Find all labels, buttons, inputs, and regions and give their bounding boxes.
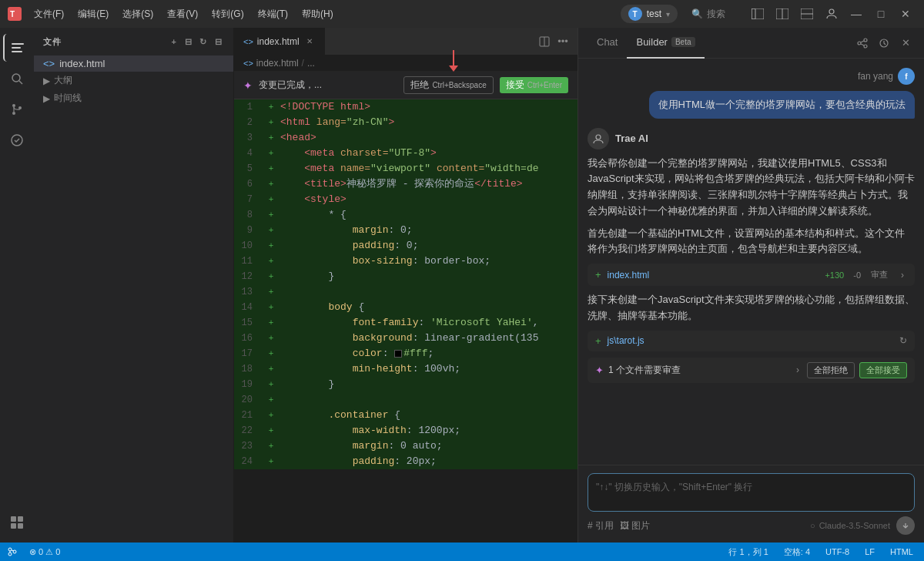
- send-button[interactable]: [896, 516, 915, 535]
- tab-chat[interactable]: Chat: [588, 28, 627, 59]
- status-position[interactable]: 行 1，列 1: [725, 546, 771, 558]
- timeline-label: 时间线: [54, 92, 82, 105]
- menu-help[interactable]: 帮助(H): [296, 6, 340, 22]
- chevron-right-icon-3[interactable]: ›: [898, 270, 907, 280]
- collapse-icon[interactable]: ⊟: [213, 37, 225, 47]
- file-change-name-1[interactable]: index.html: [608, 270, 819, 280]
- titlebar: T 文件(F) 编辑(E) 选择(S) 查看(V) 转到(G) 终端(T) 帮助…: [0, 0, 924, 28]
- svg-line-27: [861, 41, 864, 42]
- layout-icon-1[interactable]: [747, 5, 768, 22]
- maximize-button[interactable]: □: [870, 5, 892, 22]
- menu-edit[interactable]: 编辑(E): [72, 6, 115, 22]
- layout-icon-3[interactable]: [796, 5, 818, 22]
- extensions-button[interactable]: [3, 509, 31, 536]
- new-folder-icon[interactable]: ⊟: [182, 37, 195, 47]
- source-control-button[interactable]: [3, 96, 31, 123]
- more-actions-button[interactable]: •••: [554, 33, 571, 50]
- sidebar-section-timeline[interactable]: ▶ 时间线: [34, 89, 233, 107]
- sidebar-title: 文件: [43, 36, 61, 48]
- file-change-review-1[interactable]: 审查: [867, 268, 892, 281]
- menu-view[interactable]: 查看(V): [161, 6, 204, 22]
- status-language[interactable]: HTML: [887, 547, 916, 556]
- tab-builder[interactable]: Builder Beta: [627, 28, 704, 59]
- code-line-23: 23+ margin: 0 auto;: [234, 438, 578, 454]
- split-editor-button[interactable]: [536, 33, 553, 50]
- menu-file[interactable]: 文件(F): [28, 6, 70, 22]
- ai-message-block: Trae AI 我会帮你创建一个完整的塔罗牌网站，我建议使用HTML5、CSS3…: [588, 128, 915, 383]
- reject-shortcut: Ctrl+Backspace: [432, 81, 486, 89]
- workspace-avatar: T: [628, 7, 642, 21]
- code-line-24: 24+ padding: 20px;: [234, 454, 578, 469]
- status-spaces[interactable]: 空格: 4: [781, 546, 813, 558]
- file-add-icon: +: [595, 269, 601, 280]
- sidebar-item-label: index.html: [59, 58, 105, 69]
- code-line-18: 18+ min-height: 100vh;: [234, 361, 578, 377]
- panel-action-history[interactable]: [875, 34, 893, 52]
- close-button[interactable]: ✕: [895, 5, 916, 22]
- editor-tabs: <> index.html ✕ •••: [234, 28, 578, 55]
- code-editor[interactable]: 1+ <!DOCTYPE html> 2+ <html lang="zh-CN"…: [234, 99, 578, 543]
- code-line-6: 6+ <title>神秘塔罗牌 - 探索你的命运</title>: [234, 176, 578, 192]
- refresh-icon[interactable]: ↻: [197, 37, 209, 47]
- menu-terminal[interactable]: 终端(T): [252, 6, 294, 22]
- status-line-endings[interactable]: LF: [862, 547, 878, 556]
- minimize-button[interactable]: —: [845, 5, 867, 22]
- svg-line-28: [861, 44, 864, 45]
- layout-icon-2[interactable]: [772, 5, 793, 22]
- encoding-text: UTF-8: [825, 547, 849, 556]
- svg-point-32: [8, 548, 12, 551]
- user-icon[interactable]: [821, 5, 842, 22]
- sidebar-item-indexhtml[interactable]: <> index.html: [34, 55, 233, 72]
- explorer-button[interactable]: [3, 34, 31, 62]
- change-banner-text: 变更已完成，...: [259, 79, 397, 92]
- code-line-20: 20+: [234, 392, 578, 408]
- user-avatar: f: [898, 68, 915, 85]
- warning-count: 0: [55, 547, 60, 556]
- reject-button[interactable]: 拒绝 Ctrl+Backspace: [403, 76, 493, 94]
- ai-name: Trae AI: [615, 133, 648, 144]
- code-line-14: 14+ body {: [234, 300, 578, 315]
- file-change-item-1: + index.html +130 -0 审查 ›: [588, 264, 915, 286]
- code-line-3: 3+ <head>: [234, 130, 578, 146]
- code-line-21: 21+ .container {: [234, 408, 578, 423]
- chevron-down-icon: ▾: [666, 10, 670, 18]
- tab-label: index.html: [257, 36, 300, 47]
- ai-response-1: 我会帮你创建一个完整的塔罗牌网站，我建议使用HTML5、CSS3和JavaScr…: [588, 156, 915, 220]
- review-bar-chevron[interactable]: ›: [793, 364, 802, 375]
- new-file-icon[interactable]: +: [169, 37, 179, 47]
- workspace-name: test: [647, 8, 661, 19]
- file-add-icon-2: +: [595, 335, 601, 347]
- panel-close-button[interactable]: ✕: [896, 34, 915, 52]
- accept-all-button[interactable]: 全部接受: [859, 362, 907, 378]
- panel-action-share[interactable]: [853, 34, 872, 52]
- tab-indexhtml[interactable]: <> index.html ✕: [234, 28, 326, 55]
- editor-area: <> index.html ✕ ••• <> index.html / ...: [234, 28, 578, 543]
- chat-input-box[interactable]: "↑↓" 切换历史输入，"Shift+Enter" 换行: [588, 473, 915, 512]
- ref-tag-button[interactable]: # 引用: [588, 519, 614, 532]
- debug-button[interactable]: [3, 126, 31, 154]
- status-errors[interactable]: ⊗ 0 ⚠ 0: [26, 547, 63, 557]
- status-encoding[interactable]: UTF-8: [822, 547, 852, 556]
- img-tag-button[interactable]: 🖼 图片: [620, 519, 650, 532]
- menu-select[interactable]: 选择(S): [116, 6, 159, 22]
- search-icon: 🔍: [691, 8, 703, 19]
- chevron-right-icon: ▶: [43, 76, 50, 86]
- review-sparkle-icon: ✦: [595, 364, 604, 376]
- claude-icon: ○: [810, 521, 815, 530]
- workspace-tab[interactable]: T test ▾: [621, 5, 678, 23]
- breadcrumb-file[interactable]: index.html: [256, 58, 299, 69]
- breadcrumb-more[interactable]: ...: [307, 58, 315, 69]
- file-change-added: +130: [825, 270, 844, 280]
- code-line-7: 7+ <style>: [234, 192, 578, 207]
- chevron-right-icon-2: ▶: [43, 93, 50, 104]
- svg-rect-8: [12, 43, 24, 45]
- search-bar[interactable]: 🔍 搜索: [684, 5, 733, 23]
- accept-button[interactable]: 接受 Ctrl+Enter: [500, 77, 568, 93]
- reject-all-button[interactable]: 全部拒绝: [807, 362, 855, 378]
- menu-goto[interactable]: 转到(G): [206, 6, 249, 22]
- tab-close-button[interactable]: ✕: [303, 35, 316, 48]
- sidebar-section-outline[interactable]: ▶ 大纲: [34, 72, 233, 89]
- search-button[interactable]: [3, 65, 31, 92]
- model-name: Claude-3.5-Sonnet: [819, 521, 890, 530]
- file-change-name-2[interactable]: js\tarot.js: [608, 335, 893, 346]
